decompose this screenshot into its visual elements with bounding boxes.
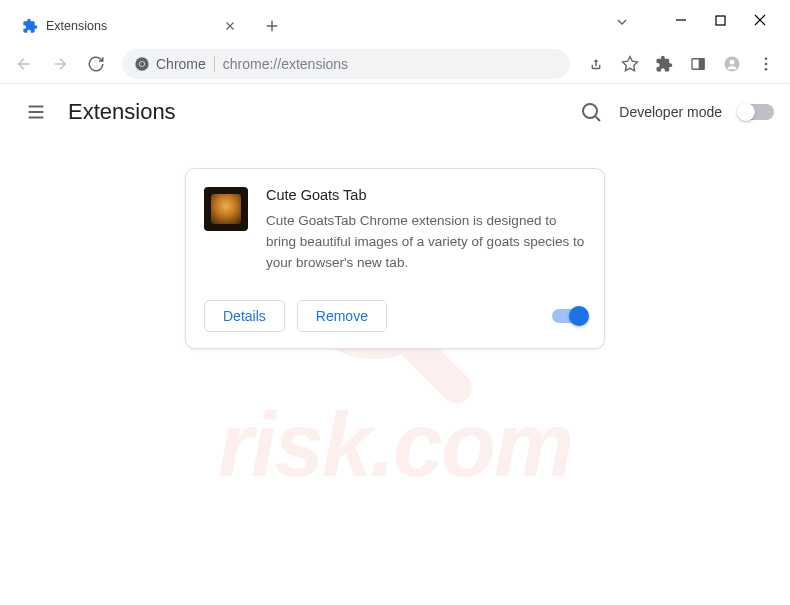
extension-info: Cute Goats Tab Cute GoatsTab Chrome exte… [266,187,586,274]
toolbar-actions [580,48,782,80]
svg-rect-5 [700,58,705,69]
share-button[interactable] [580,48,612,80]
close-tab-button[interactable] [222,18,238,34]
svg-point-13 [583,104,597,118]
extension-card-actions: Details Remove [204,300,586,332]
page-header: Extensions Developer mode [0,84,790,140]
extension-card: Cute Goats Tab Cute GoatsTab Chrome exte… [185,168,605,349]
hamburger-menu-button[interactable] [16,92,56,132]
remove-button[interactable]: Remove [297,300,387,332]
extension-icon [204,187,248,231]
new-tab-button[interactable] [258,12,286,40]
extension-description: Cute GoatsTab Chrome extension is design… [266,211,586,274]
menu-button[interactable] [750,48,782,80]
bookmark-button[interactable] [614,48,646,80]
search-extensions-button[interactable] [579,100,603,124]
reload-button[interactable] [80,48,112,80]
browser-toolbar: Chrome chrome://extensions [0,44,790,84]
maximize-button[interactable] [715,15,726,26]
header-actions: Developer mode [579,100,774,124]
browser-tab[interactable]: Extensions [10,8,250,44]
close-window-button[interactable] [754,14,766,26]
window-titlebar: Extensions [0,0,790,44]
svg-point-3 [140,61,144,65]
details-button[interactable]: Details [204,300,285,332]
forward-button[interactable] [44,48,76,80]
window-controls [675,0,790,40]
watermark-text: risk.com [218,394,572,497]
extensions-grid: Cute Goats Tab Cute GoatsTab Chrome exte… [0,140,790,349]
site-info-chip[interactable]: Chrome [134,56,206,72]
profile-button[interactable] [716,48,748,80]
omnibox-separator [214,56,215,72]
svg-point-9 [765,62,768,65]
extension-enable-toggle[interactable] [552,309,586,323]
url-text: chrome://extensions [223,56,348,72]
extension-card-header: Cute Goats Tab Cute GoatsTab Chrome exte… [204,187,586,274]
extensions-button[interactable] [648,48,680,80]
tab-search-button[interactable] [614,14,630,30]
extension-name: Cute Goats Tab [266,187,586,203]
sidepanel-button[interactable] [682,48,714,80]
extensions-icon [22,18,38,34]
page-title: Extensions [68,99,176,125]
minimize-button[interactable] [675,14,687,26]
developer-mode-label: Developer mode [619,104,722,120]
tab-strip: Extensions [0,0,286,44]
developer-mode-toggle[interactable] [738,104,774,120]
svg-rect-0 [716,16,725,25]
address-bar[interactable]: Chrome chrome://extensions [122,49,570,79]
svg-point-8 [765,57,768,60]
site-info-label: Chrome [156,56,206,72]
tab-title: Extensions [46,19,214,33]
svg-point-10 [765,67,768,70]
back-button[interactable] [8,48,40,80]
svg-point-7 [730,59,735,64]
